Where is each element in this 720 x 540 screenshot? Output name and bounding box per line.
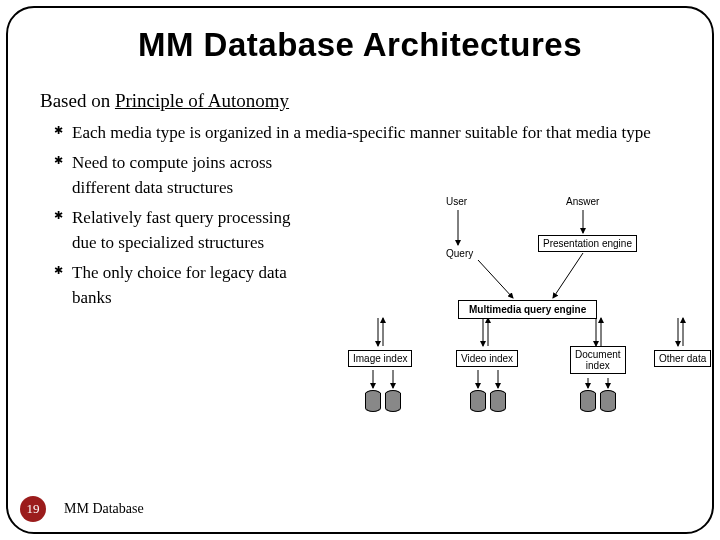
- diagram-document-index-l2: index: [586, 360, 610, 371]
- page-number: 19: [20, 496, 46, 522]
- bullet-item: Relatively fast query processing due to …: [54, 205, 314, 256]
- slide-subtitle: Based on Principle of Autonomy: [40, 90, 720, 112]
- slide-title: MM Database Architectures: [0, 26, 720, 64]
- cylinder-icon: [365, 390, 381, 412]
- diagram-document-index-l1: Document: [575, 349, 621, 360]
- cylinder-icon: [600, 390, 616, 412]
- cylinder-icon: [490, 390, 506, 412]
- diagram-answer-label: Answer: [566, 196, 599, 207]
- slide-footer: 19 MM Database: [20, 496, 144, 522]
- bullet-item: The only choice for legacy data banks: [54, 260, 314, 311]
- cylinder-icon: [470, 390, 486, 412]
- diagram-video-index: Video index: [456, 350, 518, 367]
- cylinder-icon: [385, 390, 401, 412]
- diagram-user-label: User: [446, 196, 467, 207]
- diagram-mm-query-engine: Multimedia query engine: [458, 300, 597, 319]
- diagram-image-index: Image index: [348, 350, 412, 367]
- subtitle-prefix: Based on: [40, 90, 115, 111]
- diagram-presentation-engine: Presentation engine: [538, 235, 637, 252]
- architecture-diagram: User Answer Presentation engine Query Mu…: [328, 190, 704, 430]
- diagram-document-index: Document index: [570, 346, 626, 374]
- bullet-item: Need to compute joins across different d…: [54, 150, 314, 201]
- bullet-item: Each media type is organized in a media-…: [54, 120, 674, 146]
- cylinder-icon: [580, 390, 596, 412]
- diagram-query-label: Query: [446, 248, 473, 259]
- svg-line-2: [478, 260, 513, 298]
- svg-line-3: [553, 253, 583, 298]
- subtitle-underlined: Principle of Autonomy: [115, 90, 289, 111]
- footer-label: MM Database: [64, 501, 144, 517]
- diagram-other-data: Other data: [654, 350, 711, 367]
